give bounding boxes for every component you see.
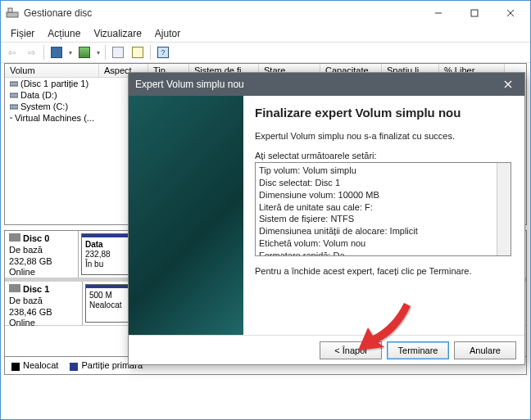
partition[interactable]: 500 MNealocat	[85, 284, 130, 323]
minimize-button[interactable]	[420, 1, 456, 25]
settings-line: Literă de unitate sau cale: F:	[259, 201, 507, 214]
back-button[interactable]: ⇦	[2, 43, 20, 61]
close-button[interactable]	[492, 1, 529, 25]
help-icon[interactable]: ?	[154, 43, 172, 61]
wizard-close-icon[interactable]	[498, 76, 518, 93]
settings-line: Dimensiune volum: 10000 MB	[259, 189, 507, 201]
wizard-selected-label: Ați selectat următoarele setări:	[255, 151, 511, 160]
settings-line: Tip volum: Volum simplu	[259, 165, 507, 177]
wizard-sidebar-graphic	[129, 96, 243, 335]
menu-action[interactable]: Acțiune	[41, 26, 87, 41]
wizard-title: Expert Volum simplu nou	[135, 79, 244, 90]
settings-line: Etichetă volum: Volum nou	[259, 237, 507, 250]
toolbar: ⇦ ⇨ ▾ ▾ ?	[1, 42, 530, 63]
settings-line: Dimensiunea unității de alocare: Implici…	[259, 225, 507, 237]
finish-button[interactable]: Terminare	[387, 341, 449, 359]
wizard-success-text: Expertul Volum simplu nou s-a finalizat …	[255, 131, 511, 141]
svg-rect-9	[10, 117, 12, 118]
separator	[43, 45, 44, 60]
svg-rect-3	[471, 10, 478, 16]
wizard-titlebar: Expert Volum simplu nou	[129, 73, 524, 96]
separator	[105, 45, 106, 60]
chevron-down-icon[interactable]: ▾	[67, 43, 74, 61]
view-top-icon[interactable]	[48, 43, 66, 61]
wizard-heading: Finalizare expert Volum simplu nou	[255, 106, 511, 120]
settings-line: Disc selectat: Disc 1	[259, 177, 507, 189]
legend-unalloc: Nealocat	[11, 360, 58, 370]
wizard-footer: < Înapoi Terminare Anulare	[129, 335, 524, 365]
chevron-down-icon[interactable]: ▾	[95, 43, 102, 61]
svg-rect-7	[10, 93, 18, 97]
window-title: Gestionare disc	[24, 7, 420, 19]
wizard-settings-list[interactable]: Tip volum: Volum simpluDisc selectat: Di…	[255, 162, 511, 256]
menu-file[interactable]: Fișier	[4, 26, 41, 41]
svg-rect-1	[8, 8, 12, 12]
settings-line: Formatare rapidă: Da	[259, 250, 507, 256]
menubar: Fișier Acțiune Vizualizare Ajutor	[1, 25, 530, 42]
wizard-close-hint: Pentru a închide acest expert, faceți cl…	[255, 266, 511, 276]
goto-icon[interactable]	[109, 43, 127, 61]
menu-help[interactable]: Ajutor	[148, 26, 187, 41]
disk-label: Disc 0De bază232,88 GBOnline	[5, 231, 79, 278]
svg-rect-8	[10, 105, 18, 109]
cancel-button[interactable]: Anulare	[454, 341, 516, 359]
settings-line: Sistem de fișiere: NTFS	[259, 213, 507, 225]
titlebar: Gestionare disc	[1, 1, 530, 25]
menu-view[interactable]: Vizualizare	[87, 26, 148, 41]
forward-button[interactable]: ⇨	[22, 43, 40, 61]
maximize-button[interactable]	[456, 1, 492, 25]
view-bottom-icon[interactable]	[75, 43, 93, 61]
app-icon	[6, 7, 19, 20]
svg-rect-6	[10, 82, 18, 86]
wizard-content: Finalizare expert Volum simplu nou Exper…	[243, 96, 524, 335]
wizard-dialog: Expert Volum simplu nou Finalizare exper…	[128, 72, 525, 365]
refresh-icon[interactable]	[129, 43, 147, 61]
svg-rect-0	[7, 12, 18, 17]
separator	[150, 45, 151, 60]
col-volum[interactable]: Volum	[5, 64, 99, 78]
disk-label: Disc 1De bază238,46 GBOnline	[5, 282, 83, 325]
back-button[interactable]: < Înapoi	[320, 341, 382, 359]
